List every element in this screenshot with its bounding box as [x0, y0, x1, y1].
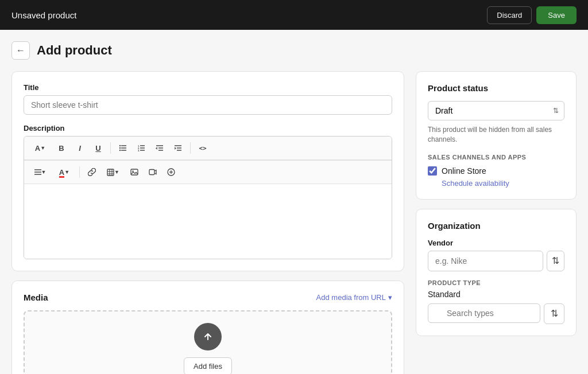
product-status-card: Product status Draft Active ⇅ This produ… [416, 71, 577, 200]
svg-point-27 [132, 170, 133, 172]
svg-point-3 [119, 145, 121, 146]
back-icon: ← [16, 45, 25, 56]
media-dropzone[interactable]: Add files [24, 310, 392, 374]
font-family-button[interactable]: A ▼ [29, 140, 52, 156]
editor-toolbar: A ▼ B I U 1. [24, 137, 392, 160]
indent-increase-icon [174, 144, 182, 152]
add-media-from-url-button[interactable]: Add media from URL ▾ [316, 293, 392, 302]
add-media-dropdown-icon: ▾ [388, 293, 392, 302]
align-arrow-icon: ▼ [41, 169, 47, 175]
toolbar-sep-1 [110, 142, 111, 154]
title-label: Title [24, 83, 392, 92]
add-files-button[interactable]: Add files [184, 357, 232, 374]
svg-rect-28 [149, 170, 154, 175]
status-select[interactable]: Draft Active [428, 101, 564, 120]
add-media-label: Add media from URL [316, 293, 386, 302]
status-hint: This product will be hidden from all sal… [428, 125, 564, 145]
description-label: Description [24, 124, 392, 133]
bold-button[interactable]: B [53, 140, 70, 156]
font-color-arrow-icon: ▼ [64, 169, 69, 175]
link-button[interactable] [83, 164, 100, 180]
discard-button[interactable]: Discard [487, 6, 532, 24]
online-store-checkbox[interactable] [428, 166, 437, 176]
search-input-wrapper: 🔍 [428, 303, 540, 324]
svg-point-4 [119, 147, 121, 149]
vendor-stepper-button[interactable]: ⇅ [547, 251, 564, 271]
vendor-row: ⇅ [428, 251, 564, 271]
online-store-row: Online Store [428, 166, 564, 176]
upload-icon [194, 323, 222, 350]
svg-text:3.: 3. [138, 149, 140, 152]
product-type-stepper-button[interactable]: ⇅ [544, 303, 564, 324]
vendor-input[interactable] [428, 251, 543, 271]
page-header: ← Add product [11, 41, 577, 60]
bullet-list-button[interactable] [114, 140, 131, 156]
media-header: Media Add media from URL ▾ [24, 293, 392, 302]
product-status-title: Product status [428, 83, 564, 93]
font-icon: A [35, 144, 40, 153]
video-icon [149, 168, 157, 176]
editor-toolbar-row2: ▼ A ▼ [24, 160, 392, 184]
more-button[interactable] [163, 164, 180, 180]
description-editor: A ▼ B I U 1. [24, 136, 392, 259]
video-button[interactable] [144, 164, 161, 180]
ordered-list-icon: 1.2.3. [137, 144, 145, 152]
topbar-actions: Discard Save [487, 6, 577, 24]
image-button[interactable] [126, 164, 143, 180]
title-input[interactable] [24, 95, 392, 115]
code-button[interactable]: <> [194, 140, 211, 156]
online-store-label: Online Store [442, 166, 486, 176]
back-button[interactable]: ← [11, 41, 30, 60]
save-button[interactable]: Save [536, 6, 577, 24]
svg-rect-21 [107, 169, 114, 176]
schedule-availability-link[interactable]: Schedule availability [442, 179, 564, 188]
search-types-input[interactable] [428, 303, 540, 323]
svg-rect-26 [131, 169, 138, 175]
ordered-list-button[interactable]: 1.2.3. [133, 140, 150, 156]
organization-card: Organization Vendor ⇅ PRODUCT TYPE Stand… [416, 209, 577, 336]
indent-decrease-icon [156, 144, 164, 152]
media-title: Media [24, 293, 48, 302]
page-title: Add product [37, 43, 112, 58]
underline-button[interactable]: U [90, 140, 107, 156]
toolbar-sep-2 [190, 142, 191, 154]
table-button[interactable]: ▼ [102, 164, 125, 180]
organization-title: Organization [428, 221, 564, 231]
font-arrow-icon: ▼ [40, 145, 45, 151]
upload-arrow-icon [202, 330, 214, 343]
standard-text: Standard [428, 290, 564, 299]
status-select-wrapper: Draft Active ⇅ [428, 101, 564, 120]
product-type-label: PRODUCT TYPE [428, 279, 564, 286]
font-color-icon: A [59, 168, 64, 177]
align-button[interactable]: ▼ [29, 164, 52, 180]
image-icon [130, 168, 138, 176]
align-icon [34, 169, 41, 176]
bullet-list-icon [119, 144, 127, 152]
search-type-row: 🔍 ⇅ [428, 303, 564, 324]
indent-decrease-button[interactable] [151, 140, 168, 156]
title-description-card: Title Description A ▼ B I [11, 71, 404, 271]
media-card: Media Add media from URL ▾ Add files [11, 280, 404, 374]
stepper-icon: ⇅ [552, 255, 559, 266]
table-icon [107, 169, 114, 176]
link-icon [88, 168, 96, 176]
topbar-title: Unsaved product [11, 10, 76, 20]
svg-point-5 [119, 150, 121, 151]
product-type-stepper-icon: ⇅ [551, 308, 558, 319]
indent-increase-button[interactable] [169, 140, 187, 156]
sales-channels-label: SALES CHANNELS AND APPS [428, 154, 564, 161]
editor-content-area[interactable] [24, 184, 392, 259]
more-icon [167, 168, 175, 176]
font-color-button[interactable]: A ▼ [53, 164, 76, 180]
italic-button[interactable]: I [71, 140, 88, 156]
topbar: Unsaved product Discard Save [0, 0, 588, 30]
toolbar-sep-3 [79, 166, 80, 178]
vendor-label: Vendor [428, 239, 564, 247]
table-arrow-icon: ▼ [114, 169, 119, 175]
